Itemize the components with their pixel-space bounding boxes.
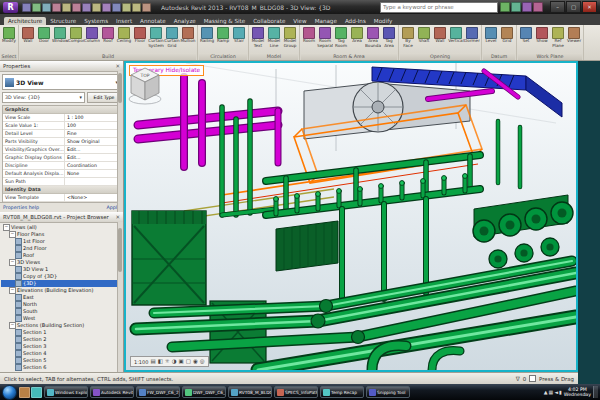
ribbon-button-modify[interactable]: Modify (1, 26, 17, 44)
tab-view[interactable]: View (289, 17, 310, 25)
ribbon-button-room-separator[interactable]: Room Separator (317, 26, 333, 48)
property-value[interactable]: 1 : 100 (65, 114, 120, 121)
property-row[interactable]: Scale Value 1:100 (3, 122, 120, 130)
tree-item-east[interactable]: East (1, 294, 123, 301)
visual-style-icon[interactable]: ◧ (158, 357, 163, 366)
property-row[interactable]: DisciplineCoordination (3, 162, 120, 170)
tag-icon[interactable] (102, 3, 111, 12)
ribbon-button-ramp[interactable]: Ramp (215, 26, 231, 44)
tree-item-elevations-building-elevation[interactable]: −Elevations (Building Elevation) (1, 287, 123, 294)
ribbon-button-tag-room[interactable]: Tag Room (333, 26, 349, 48)
project-browser-close-icon[interactable]: ✕ (115, 212, 120, 222)
crop-region-icon[interactable]: ▢ (186, 357, 191, 366)
battery-icon[interactable]: ▮ (559, 389, 562, 395)
tree-item-north[interactable]: North (1, 301, 123, 308)
tab-structure[interactable]: Structure (46, 17, 80, 25)
edit-type-button[interactable]: Edit Type (87, 92, 121, 103)
ribbon-button-component[interactable]: Component (68, 26, 84, 44)
tab-collaborate[interactable]: Collaborate (249, 17, 289, 25)
minimize-button[interactable]: – (550, 1, 565, 13)
start-button[interactable] (2, 385, 17, 400)
sync-icon[interactable] (42, 3, 51, 12)
tree-item-2nd-floor[interactable]: 2nd Floor (1, 245, 123, 252)
air-handler-duct[interactable] (304, 82, 470, 139)
model-3d-view[interactable] (126, 63, 576, 370)
collapse-icon[interactable]: − (9, 322, 16, 329)
taskbar-item-windows-explorer[interactable]: Windows Explorer (44, 386, 88, 398)
taskbar-item-snipping-tool[interactable]: Snipping Tool (366, 386, 410, 398)
ribbon-button-curtain-grid[interactable]: Curtain Grid (164, 26, 180, 48)
tree-item-sections-building-section[interactable]: −Sections (Building Section) (1, 322, 123, 329)
property-value[interactable]: None (65, 170, 120, 177)
sign-in-icon[interactable] (500, 2, 510, 12)
ribbon-button-window[interactable]: Window (52, 26, 68, 44)
ribbon-button-dormer[interactable]: Dormer (464, 26, 480, 44)
ribbon-button-ref-plane[interactable]: Ref Plane (550, 26, 566, 48)
ribbon-button-roof[interactable]: Roof (100, 26, 116, 44)
tab-massing-site[interactable]: Massing & Site (200, 17, 249, 25)
property-value[interactable]: 100 (65, 122, 120, 129)
taskbar-item-autodesk-revit-2013[interactable]: Autodesk Revit 2013 (90, 386, 134, 398)
dimension-icon[interactable] (92, 3, 101, 12)
collapse-icon[interactable]: − (9, 259, 16, 266)
show-desktop-button[interactable] (593, 386, 598, 398)
tree-item-west[interactable]: West (1, 315, 123, 322)
collapse-icon[interactable]: − (3, 224, 10, 231)
tree-item-views-all[interactable]: −Views (all) (1, 224, 123, 231)
taskbar-item-specs-infopath[interactable]: SPECS_InfoPath (274, 386, 318, 398)
communication-center-icon[interactable] (511, 2, 521, 12)
press-drag-checkbox[interactable] (529, 375, 536, 382)
clock[interactable]: 4:02 PM Wednesday (564, 387, 591, 398)
tree-item-section-6[interactable]: Section 6 (1, 364, 123, 371)
tree-item-3d[interactable]: {3D} (1, 280, 123, 287)
ribbon-button-by-face[interactable]: By Face (400, 26, 416, 48)
ribbon-button-level[interactable]: Level (483, 26, 499, 44)
ribbon-button-wall[interactable]: Wall (20, 26, 36, 44)
reveal-hidden-icon[interactable]: ◎ (200, 357, 205, 366)
ribbon-button-floor[interactable]: Floor (132, 26, 148, 44)
equipment-box[interactable] (276, 221, 338, 271)
filter-icon[interactable]: ∇ (516, 375, 520, 382)
properties-close-icon[interactable]: ✕ (115, 61, 120, 71)
taskbar-item-temp-recap[interactable]: Temp Recap (320, 386, 364, 398)
maximize-button[interactable]: ▢ (566, 1, 581, 13)
tree-item-roof[interactable]: Roof (1, 252, 123, 259)
redo-icon[interactable] (62, 3, 71, 12)
cooling-tower[interactable] (132, 211, 206, 305)
project-browser-scrollbar[interactable] (117, 222, 123, 372)
property-value[interactable] (65, 178, 120, 185)
ribbon-button-stair[interactable]: Stair (231, 26, 247, 44)
ribbon-button-tag-area[interactable]: Tag Area (381, 26, 397, 48)
save-icon[interactable] (32, 3, 41, 12)
tree-item-section-1[interactable]: Section 1 (1, 329, 123, 336)
detail-level-icon[interactable]: ▤ (150, 357, 155, 366)
property-row[interactable]: Default Analysis Displa...None (3, 170, 120, 178)
shadows-icon[interactable]: ◑ (172, 357, 177, 366)
ribbon-button-column[interactable]: Column (84, 26, 100, 44)
ribbon-button-model-line[interactable]: Model Line (266, 26, 282, 48)
property-row[interactable]: Graphic Display OptionsEdit... (3, 154, 120, 162)
search-input[interactable] (380, 2, 498, 13)
network-icon[interactable]: ▦ (549, 389, 554, 395)
ribbon-button-grid[interactable]: Grid (499, 26, 515, 44)
properties-help-link[interactable]: Properties help (3, 203, 39, 212)
tree-item-section-5[interactable]: Section 5 (1, 357, 123, 364)
property-row[interactable]: View Template<None> (3, 194, 120, 202)
explorer-icon[interactable] (19, 387, 30, 398)
ribbon-button-curtain-system[interactable]: Curtain System (148, 26, 164, 48)
temporary-hide-isolate-icon[interactable]: ◉ (193, 357, 198, 366)
tree-item-3d-view-1[interactable]: 3D View 1 (1, 266, 123, 273)
thin-lines-icon[interactable] (142, 3, 151, 12)
favorites-icon[interactable] (522, 2, 532, 12)
default-3d-view-icon[interactable] (122, 3, 131, 12)
collapse-icon[interactable]: − (9, 231, 16, 238)
ribbon-button-vertical[interactable]: Vertical (448, 26, 464, 44)
undo-icon[interactable] (52, 3, 61, 12)
sun-path-icon[interactable]: ☼ (165, 357, 170, 366)
property-value[interactable]: Edit... (65, 146, 120, 153)
tree-item-south[interactable]: South (1, 308, 123, 315)
volume-icon[interactable]: ◄ (554, 389, 558, 395)
tree-item-section-4[interactable]: Section 4 (1, 350, 123, 357)
tab-add-ins[interactable]: Add-Ins (341, 17, 370, 25)
ribbon-button-shaft[interactable]: Shaft (416, 26, 432, 44)
